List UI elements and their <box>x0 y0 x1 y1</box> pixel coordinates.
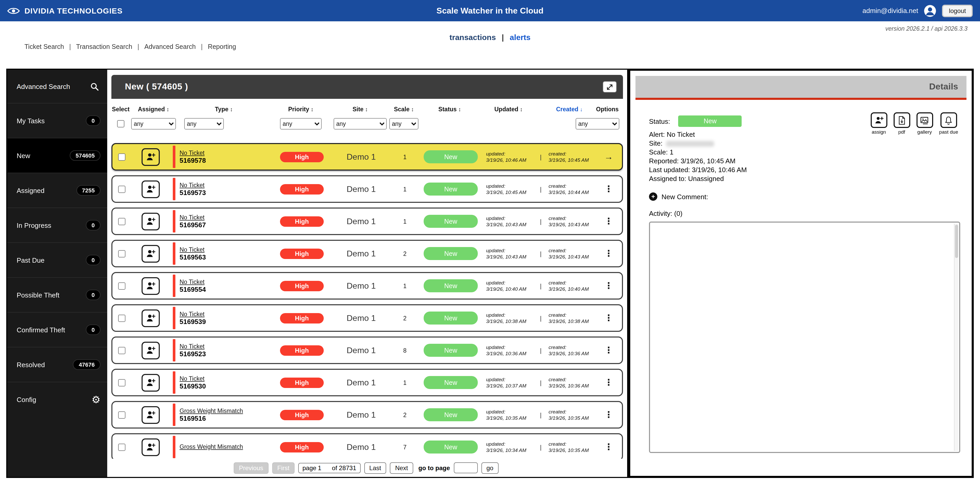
row-checkbox[interactable] <box>118 411 126 418</box>
assign-button[interactable] <box>141 148 159 166</box>
sidebar-item[interactable]: My Tasks 0 <box>7 103 107 138</box>
row-options-button[interactable]: ⋮ <box>597 241 620 266</box>
filter-options-select[interactable]: any <box>576 118 619 130</box>
column-type[interactable]: Type↕ <box>177 106 270 112</box>
row-checkbox[interactable] <box>118 217 126 225</box>
nav-link[interactable]: Advanced Search <box>132 43 196 51</box>
row-checkbox[interactable] <box>118 347 126 354</box>
alert-row[interactable]: No Ticket 5169563 High Demo 1 2 New upda… <box>111 240 623 267</box>
row-checkbox[interactable] <box>118 443 126 451</box>
row-options-button[interactable]: ⋮ <box>597 402 620 427</box>
app-title: Scale Watcher in the Cloud <box>436 6 543 15</box>
row-checkbox[interactable] <box>118 379 126 386</box>
assign-button[interactable] <box>141 374 159 391</box>
sidebar-item[interactable]: New 574605 <box>7 138 107 173</box>
alert-type-link[interactable]: No Ticket <box>180 246 205 252</box>
row-checkbox[interactable] <box>118 153 126 160</box>
alert-row[interactable]: No Ticket 5169573 High Demo 1 1 New upda… <box>111 175 623 203</box>
details-past-due-button[interactable]: past due <box>939 112 958 135</box>
column-scale[interactable]: Scale↕ <box>389 106 418 112</box>
sidebar-item[interactable]: Resolved 47676 <box>7 347 107 382</box>
user-avatar-icon[interactable] <box>924 4 937 17</box>
column-site[interactable]: Site↕ <box>331 106 389 112</box>
alert-row[interactable]: No Ticket 5169554 High Demo 1 1 New upda… <box>111 272 623 300</box>
assign-button[interactable] <box>141 438 159 456</box>
row-options-button[interactable]: ⋮ <box>597 305 620 331</box>
go-button[interactable]: go <box>481 462 499 473</box>
row-checkbox[interactable] <box>118 314 126 322</box>
assign-button[interactable] <box>141 277 159 295</box>
column-updated[interactable]: Updated↕ <box>481 106 536 112</box>
row-options-button[interactable]: ⋮ <box>597 209 620 234</box>
alert-type-link[interactable]: Gross Weight Mismatch <box>180 408 243 414</box>
previous-page-button[interactable]: Previous <box>234 462 268 473</box>
filter-type-select[interactable]: any <box>184 118 224 130</box>
nav-link[interactable]: Ticket Search <box>24 43 64 51</box>
tab-alerts[interactable]: alerts <box>510 33 531 41</box>
alert-type-link[interactable]: No Ticket <box>180 214 205 220</box>
sidebar-item[interactable]: Confirmed Theft 0 <box>7 312 107 347</box>
assign-button[interactable] <box>141 245 159 262</box>
alert-row[interactable]: No Ticket 5169530 High Demo 1 1 New upda… <box>111 369 623 396</box>
activity-scrollbar-thumb[interactable] <box>955 225 958 258</box>
sidebar-item[interactable]: Assigned 7255 <box>7 173 107 208</box>
details-gallery-button[interactable]: gallery <box>916 112 933 135</box>
next-page-button[interactable]: Next <box>390 462 413 473</box>
alert-row[interactable]: No Ticket 5169578 High Demo 1 1 New upda… <box>111 143 623 171</box>
row-options-button[interactable]: ⋮ <box>597 434 620 460</box>
column-status[interactable]: Status↕ <box>418 106 481 112</box>
details-assign-button[interactable]: assign <box>870 112 887 135</box>
alert-type-link[interactable]: No Ticket <box>180 311 205 317</box>
filter-scale-select[interactable]: any <box>389 118 418 130</box>
goto-page-input[interactable] <box>453 462 477 473</box>
alert-type-link[interactable]: Gross Weight Mismatch <box>180 444 243 450</box>
nav-link[interactable]: Transaction Search <box>64 43 132 51</box>
new-comment-button[interactable]: + New Comment: <box>649 192 960 201</box>
row-options-button[interactable]: ⋮ <box>597 273 620 298</box>
alert-row[interactable]: No Ticket 5169567 High Demo 1 1 New upda… <box>111 208 623 235</box>
assign-button[interactable] <box>141 341 159 359</box>
row-options-button[interactable]: ⋮ <box>597 338 620 363</box>
row-checkbox[interactable] <box>118 186 126 193</box>
filter-assigned-select[interactable]: any <box>131 118 176 130</box>
alert-row[interactable]: Gross Weight Mismatch 5169516 High Demo … <box>111 401 623 429</box>
assign-button[interactable] <box>141 406 159 424</box>
column-priority[interactable]: Priority↕ <box>270 106 331 112</box>
sidebar-item[interactable]: In Progress 0 <box>7 208 107 242</box>
last-page-button[interactable]: Last <box>364 462 386 473</box>
row-options-button[interactable]: ⋮ <box>597 176 620 202</box>
expand-button[interactable] <box>603 81 617 92</box>
alert-type-link[interactable]: No Ticket <box>180 149 205 156</box>
activity-box[interactable] <box>649 222 960 453</box>
alert-row[interactable]: Gross Weight Mismatch High Demo 1 7 New … <box>111 433 623 461</box>
page-number-input[interactable] <box>318 464 331 471</box>
alert-type-link[interactable]: No Ticket <box>180 343 205 349</box>
assign-button[interactable] <box>141 180 159 198</box>
filter-site-select[interactable]: any <box>334 118 387 130</box>
alert-row[interactable]: No Ticket 5169539 High Demo 1 2 New upda… <box>111 304 623 332</box>
row-options-button[interactable]: → <box>597 144 620 170</box>
row-options-button[interactable]: ⋮ <box>597 370 620 395</box>
assign-button[interactable] <box>141 213 159 230</box>
row-checkbox[interactable] <box>118 282 126 289</box>
column-assigned[interactable]: Assigned↕ <box>130 106 177 112</box>
assign-button[interactable] <box>141 309 159 327</box>
alert-row[interactable]: No Ticket 5169523 High Demo 1 8 New upda… <box>111 336 623 364</box>
filter-priority-select[interactable]: any <box>280 118 321 130</box>
activity-scrollbar[interactable] <box>954 224 958 451</box>
alert-type-link[interactable]: No Ticket <box>180 182 205 188</box>
sidebar-item[interactable]: Past Due 0 <box>7 242 107 277</box>
row-checkbox[interactable] <box>118 250 126 257</box>
sidebar-item-config[interactable]: Config ⚙ <box>7 382 107 417</box>
tab-transactions[interactable]: transactions <box>449 33 496 41</box>
alert-type-link[interactable]: No Ticket <box>180 375 205 381</box>
logout-button[interactable]: logout <box>942 5 973 17</box>
details-pdf-button[interactable]: pdf <box>893 112 910 135</box>
sidebar-item[interactable]: Possible Theft 0 <box>7 277 107 312</box>
select-all-checkbox[interactable] <box>117 120 124 127</box>
nav-link[interactable]: Reporting <box>196 43 236 51</box>
column-created[interactable]: Created↓ <box>543 106 595 112</box>
sidebar-advanced-search[interactable]: Advanced Search <box>7 70 107 103</box>
first-page-button[interactable]: First <box>272 462 295 473</box>
alert-type-link[interactable]: No Ticket <box>180 278 205 285</box>
